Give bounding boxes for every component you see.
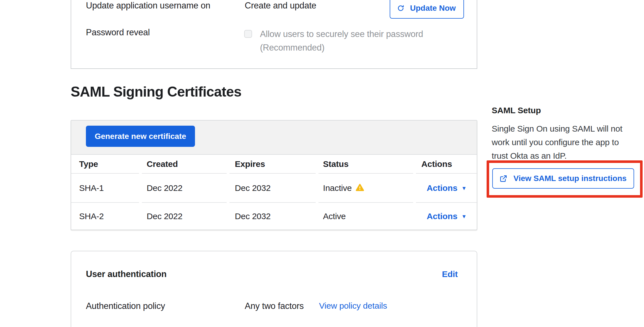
password-reveal-checkbox[interactable] bbox=[244, 30, 252, 38]
user-authentication-card: User authentication Edit Authentication … bbox=[71, 251, 477, 327]
status-text: Inactive bbox=[323, 183, 352, 193]
warning-icon bbox=[356, 184, 364, 194]
user-authentication-title: User authentication bbox=[86, 269, 167, 279]
header-actions: Actions bbox=[416, 155, 478, 174]
cert-created: Dec 2022 bbox=[142, 203, 227, 230]
view-saml-setup-instructions-label: View SAML setup instructions bbox=[513, 174, 626, 183]
cert-actions-cell: Actions▼ bbox=[416, 203, 478, 230]
update-now-button[interactable]: Update Now bbox=[390, 0, 464, 19]
cert-actions-cell: Actions▼ bbox=[416, 174, 478, 203]
cert-created: Dec 2022 bbox=[142, 174, 227, 203]
actions-label: Actions bbox=[427, 212, 457, 221]
actions-dropdown[interactable]: Actions▼ bbox=[427, 183, 467, 193]
page-canvas: Update application username on Create an… bbox=[0, 0, 644, 327]
header-expires: Expires bbox=[229, 155, 316, 174]
view-policy-details-link[interactable]: View policy details bbox=[319, 301, 387, 311]
certificates-toolbar: Generate new certificate bbox=[71, 121, 477, 155]
chevron-down-icon: ▼ bbox=[461, 185, 467, 191]
cert-type: SHA-2 bbox=[71, 203, 139, 230]
app-settings-card: Update application username on Create an… bbox=[71, 0, 477, 69]
edit-link[interactable]: Edit bbox=[442, 269, 458, 279]
status-text: Active bbox=[323, 212, 346, 221]
refresh-icon bbox=[397, 5, 404, 12]
cert-status: Active bbox=[318, 203, 413, 230]
checkbox-label-line1: Allow users to securely see their passwo… bbox=[260, 27, 423, 41]
actions-label: Actions bbox=[427, 183, 457, 193]
actions-dropdown[interactable]: Actions▼ bbox=[427, 212, 467, 221]
cert-status: Inactive bbox=[318, 174, 413, 203]
view-saml-setup-instructions-button[interactable]: View SAML setup instructions bbox=[492, 168, 634, 189]
cert-expires: Dec 2032 bbox=[229, 174, 316, 203]
password-reveal-label: Password reveal bbox=[86, 27, 150, 38]
username-update-value: Create and update bbox=[245, 1, 316, 11]
header-type: Type bbox=[71, 155, 139, 174]
generate-certificate-button[interactable]: Generate new certificate bbox=[86, 126, 195, 147]
table-row: SHA-2 Dec 2022 Dec 2032 Active Actions▼ bbox=[71, 203, 478, 230]
page-title: SAML Signing Certificates bbox=[71, 84, 241, 100]
certificates-panel: Generate new certificate Type Created Ex… bbox=[71, 120, 477, 230]
cert-expires: Dec 2032 bbox=[229, 203, 316, 230]
saml-setup-description: Single Sign On using SAML will not work … bbox=[492, 122, 634, 163]
table-header-row: Type Created Expires Status Actions bbox=[71, 155, 478, 174]
chevron-down-icon: ▼ bbox=[461, 213, 467, 220]
authentication-policy-value: Any two factors bbox=[245, 301, 304, 311]
checkbox-label-line2: (Recommended) bbox=[260, 41, 423, 54]
password-reveal-checkbox-label: Allow users to securely see their passwo… bbox=[260, 27, 423, 54]
authentication-policy-label: Authentication policy bbox=[86, 301, 165, 311]
cert-type: SHA-1 bbox=[71, 174, 139, 203]
saml-setup-title: SAML Setup bbox=[492, 106, 541, 115]
external-link-icon bbox=[500, 175, 507, 182]
header-status: Status bbox=[318, 155, 413, 174]
table-row: SHA-1 Dec 2022 Dec 2032 Inactive Actions… bbox=[71, 174, 478, 203]
header-created: Created bbox=[142, 155, 227, 174]
username-update-label: Update application username on bbox=[86, 1, 210, 11]
generate-certificate-label: Generate new certificate bbox=[95, 132, 186, 141]
update-now-label: Update Now bbox=[410, 4, 456, 13]
